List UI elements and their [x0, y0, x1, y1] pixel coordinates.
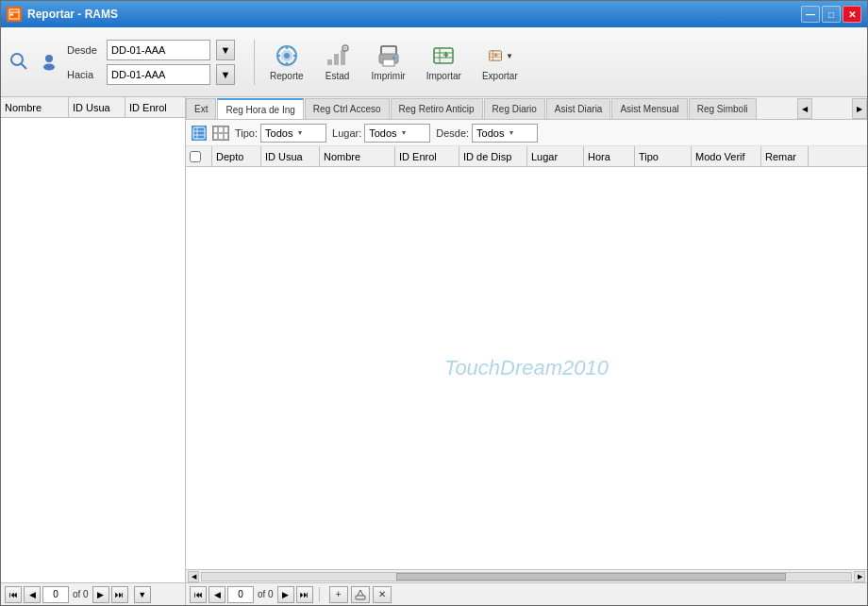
- close-button[interactable]: ✕: [843, 6, 861, 23]
- date-filters: Desde DD-01-AAA ▼ Hacia DD-01-AAA ▼: [67, 40, 235, 85]
- tab-ext[interactable]: Ext: [186, 98, 216, 119]
- tab-reg-diario[interactable]: Reg Diario: [484, 98, 545, 119]
- desde-label: Desde: [67, 44, 103, 56]
- tab-asist-diaria[interactable]: Asist Diaria: [546, 98, 611, 119]
- search-button[interactable]: [8, 51, 31, 74]
- tabs-bar: Ext Reg Hora de Ing Reg Ctrl Acceso Reg …: [186, 97, 867, 120]
- toolbar-actions: Reporte Estad: [262, 39, 526, 85]
- col-modoverif: Modo Verif: [692, 146, 761, 166]
- nav-extra-buttons: + ✕: [329, 586, 392, 603]
- toolbar-separator-1: [254, 40, 255, 85]
- reporte-button[interactable]: Reporte: [262, 39, 311, 85]
- tab-scroll-left[interactable]: ◀: [797, 98, 812, 119]
- tab-reg-ctrl-acceso[interactable]: Reg Ctrl Acceso: [305, 98, 390, 119]
- importar-button[interactable]: Importar: [419, 39, 469, 85]
- filter-lugar-label: Lugar:: [332, 127, 361, 139]
- svg-point-6: [43, 63, 55, 70]
- filter-lugar-group: Lugar: Todos ▼: [332, 124, 430, 143]
- col-idenrol: ID Enrol: [395, 146, 459, 166]
- estad-button[interactable]: Estad: [317, 39, 359, 85]
- tab-scroll-right[interactable]: ▶: [852, 98, 867, 119]
- nav-page-input-left[interactable]: [42, 586, 69, 603]
- nav-first-btn-right[interactable]: ⏮: [190, 586, 207, 603]
- nav-last-btn-right[interactable]: ⏭: [296, 586, 313, 603]
- nav-prev-btn-left[interactable]: ◀: [24, 586, 41, 603]
- col-nombre: Nombre: [320, 146, 395, 166]
- scroll-track[interactable]: [201, 572, 852, 581]
- exportar-icon: ▼: [487, 42, 513, 69]
- app-icon: [7, 7, 22, 22]
- reporte-icon: [274, 42, 300, 69]
- nav-separator: [319, 587, 320, 602]
- hacia-label: Hacia: [67, 69, 103, 80]
- desde-input[interactable]: DD-01-AAA: [107, 40, 210, 60]
- exportar-button[interactable]: ▼ Exportar: [475, 39, 526, 85]
- left-nav-bar: ⏮ ◀ of 0 ▶ ⏭ ▼: [1, 582, 185, 605]
- scroll-right-btn[interactable]: ▶: [854, 571, 865, 582]
- select-all-checkbox[interactable]: [190, 151, 201, 162]
- data-area: Depto ID Usua Nombre ID Enrol ID de Disp: [186, 146, 867, 605]
- filter-desde-label: Desde:: [436, 127, 469, 139]
- col-depto: Depto: [212, 146, 261, 166]
- edit-record-btn[interactable]: [351, 586, 370, 603]
- svg-rect-10: [327, 59, 332, 65]
- filter-lugar-select[interactable]: Todos ▼: [364, 124, 430, 143]
- imprimir-label: Imprimir: [372, 71, 406, 81]
- imprimir-icon: [376, 42, 402, 69]
- svg-point-14: [343, 47, 346, 50]
- col-idenrol-header: ID Enrol: [125, 97, 182, 117]
- left-panel-body: [1, 118, 185, 582]
- title-bar: Reportar - RAMS — □ ✕: [1, 1, 867, 27]
- col-tipo: Tipo: [635, 146, 692, 166]
- tab-asist-mensual[interactable]: Asist Mensual: [611, 98, 687, 119]
- right-nav-bar: ⏮ ◀ of 0 ▶ ⏭ +: [186, 582, 867, 605]
- right-panel: Ext Reg Hora de Ing Reg Ctrl Acceso Reg …: [186, 97, 867, 605]
- svg-rect-18: [392, 57, 395, 59]
- nav-first-btn-left[interactable]: ⏮: [5, 586, 22, 603]
- estad-label: Estad: [326, 71, 350, 81]
- nav-last-btn-left[interactable]: ⏭: [111, 586, 128, 603]
- filter-icon: [192, 126, 207, 141]
- nav-of-text-left: of 0: [71, 589, 91, 599]
- filter-table-icon: [212, 126, 229, 141]
- window-controls: — □ ✕: [801, 6, 861, 23]
- hacia-dropdown-btn[interactable]: ▼: [216, 64, 235, 85]
- maximize-button[interactable]: □: [822, 6, 841, 23]
- tab-reg-simboli[interactable]: Reg Simboli: [689, 98, 757, 119]
- user-button[interactable]: [39, 51, 61, 74]
- left-panel-header: Nombre ID Usua ID Enrol: [1, 97, 185, 118]
- tab-reg-hora-ing[interactable]: Reg Hora de Ing: [217, 98, 303, 119]
- nav-down-btn-left[interactable]: ▼: [134, 586, 151, 603]
- minimize-button[interactable]: —: [801, 6, 820, 23]
- add-record-btn[interactable]: +: [329, 586, 348, 603]
- filter-desde-select[interactable]: Todos ▼: [472, 124, 538, 143]
- svg-rect-11: [334, 54, 339, 65]
- filter-tipo-group: Tipo: Todos ▼: [235, 124, 326, 143]
- svg-rect-2: [10, 14, 13, 16]
- desde-row: Desde DD-01-AAA ▼: [67, 40, 235, 60]
- nav-next-btn-left[interactable]: ▶: [92, 586, 109, 603]
- svg-point-9: [284, 53, 290, 59]
- main-area: Nombre ID Usua ID Enrol ⏮ ◀ of 0 ▶ ⏭ ▼: [1, 97, 867, 605]
- nav-prev-btn-right[interactable]: ◀: [209, 586, 225, 603]
- nav-next-btn-right[interactable]: ▶: [277, 586, 294, 603]
- imprimir-button[interactable]: Imprimir: [364, 39, 413, 85]
- search-area: [8, 51, 61, 74]
- main-window: Reportar - RAMS — □ ✕ D: [0, 0, 868, 606]
- filter-tipo-select[interactable]: Todos ▼: [260, 124, 326, 143]
- data-body: TouchDream2010: [186, 167, 867, 569]
- filter-desde-group: Desde: Todos ▼: [436, 124, 538, 143]
- delete-record-btn[interactable]: ✕: [373, 586, 392, 603]
- scroll-thumb[interactable]: [396, 573, 786, 581]
- col-nombre-header: Nombre: [1, 97, 69, 117]
- data-table-header: Depto ID Usua Nombre ID Enrol ID de Disp: [186, 146, 867, 167]
- nav-page-input-right[interactable]: [227, 586, 254, 603]
- exportar-label: Exportar: [482, 71, 518, 81]
- col-check: [186, 146, 212, 166]
- tab-reg-retiro-anticip[interactable]: Reg Retiro Anticip: [391, 98, 483, 119]
- scroll-left-btn[interactable]: ◀: [188, 571, 199, 582]
- horizontal-scrollbar[interactable]: ◀ ▶: [186, 569, 867, 582]
- reporte-label: Reporte: [270, 71, 304, 81]
- hacia-input[interactable]: DD-01-AAA: [107, 64, 210, 85]
- desde-dropdown-btn[interactable]: ▼: [216, 40, 235, 60]
